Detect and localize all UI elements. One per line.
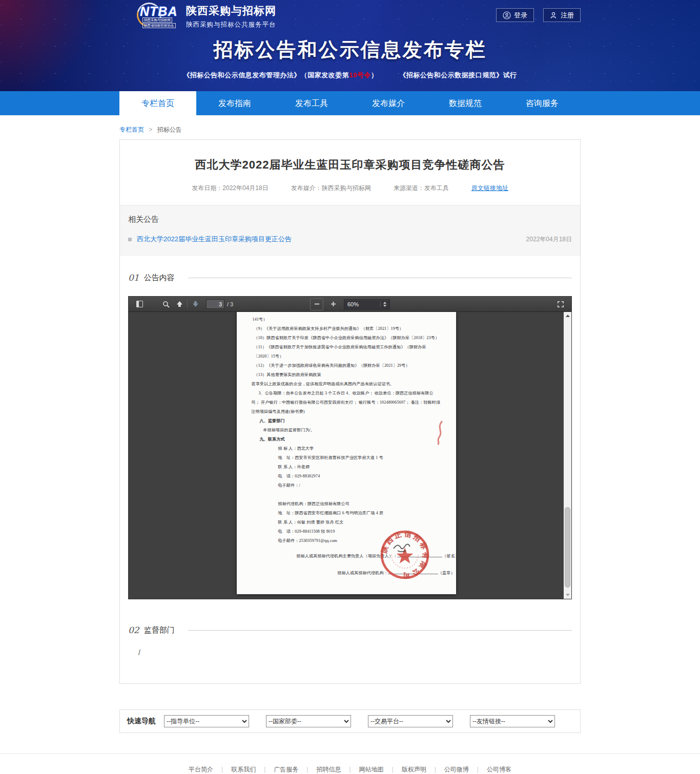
- fullscreen-button[interactable]: [554, 298, 567, 310]
- nav-tab[interactable]: 发布媒介: [350, 91, 427, 115]
- pdf-text-line: 联 系 人：许老师: [252, 463, 441, 472]
- pdf-text-line: 地 址：陕西省西安市红缨路南口 6 号均明泊卖广场 4 层: [252, 509, 441, 518]
- site-logo[interactable]: NTBA 陕西采购与招标网 陕西省招标投标协会 陕西采购与招标网 陕西采购与招标…: [129, 2, 276, 31]
- logo-badge-icon: NTBA 陕西采购与招标网 陕西省招标投标协会: [129, 2, 182, 31]
- pdf-text-line: （9）《关于运用政府采购政策支持乡村产业振兴的通知》（财库〔2021〕19号）: [252, 324, 441, 333]
- page-up-button[interactable]: [173, 298, 186, 310]
- nav-tab[interactable]: 发布指南: [196, 91, 273, 115]
- supervision-content: /: [138, 649, 580, 657]
- page-number-input[interactable]: [206, 299, 224, 309]
- pdf-text-line: 地 址：西安市长安区郭杜教育科技产业区学府大道 1 号: [252, 453, 441, 463]
- pdf-text-line: 141号）: [252, 315, 441, 324]
- related-title: 相关公告: [128, 215, 572, 224]
- site-tagline: 陕西采购与招标公共服务平台: [186, 20, 276, 29]
- page-down-button[interactable]: [189, 298, 202, 310]
- arrow-down-icon: [192, 301, 199, 307]
- quick-nav-select[interactable]: --指导单位--: [164, 715, 249, 727]
- breadcrumb-separator: >: [149, 126, 152, 133]
- breadcrumb-home-link[interactable]: 专栏首页: [119, 126, 144, 133]
- zoom-level-select[interactable]: 60%: [344, 299, 390, 309]
- section-2-title: 监督部门: [144, 625, 175, 635]
- pdf-search-button[interactable]: [159, 298, 173, 310]
- site-name: 陕西采购与招标网: [186, 4, 276, 18]
- arrow-up-icon: [176, 301, 183, 307]
- nav-tab[interactable]: 数据规范: [427, 91, 504, 115]
- quick-nav-select[interactable]: --国家部委--: [266, 715, 351, 727]
- pdf-text-line: 九、联系方式: [252, 435, 441, 444]
- pdf-text-line: 3、公告期限：自本公告发布之日起 3 个工作日 4、收款账户： 收款单位：陕西正…: [252, 389, 441, 416]
- nav-tab[interactable]: 咨询服务: [504, 91, 581, 115]
- footer-link[interactable]: 招聘信息: [298, 765, 341, 774]
- notice-text-3: 《招标公告和公示数据接口规范》试行: [399, 71, 517, 79]
- logo-subline-1: 陕西采购与招标网: [142, 17, 172, 23]
- zoom-in-button[interactable]: [326, 298, 340, 310]
- expand-icon: [557, 301, 564, 308]
- footer-links: 平台简介 联系我们 广告服务 招聘信息 网站地图 版权声明 公司微博 公司博客: [0, 765, 700, 774]
- footer-link[interactable]: 网站地图: [341, 765, 383, 774]
- logo-subline-2: 陕西省招标投标协会: [142, 23, 176, 28]
- sidebar-toggle-button[interactable]: [133, 298, 146, 310]
- handwritten-signature: [394, 544, 410, 552]
- section-2-number: 02: [128, 625, 139, 635]
- footer-link[interactable]: 广告服务: [256, 765, 298, 774]
- quick-nav-bar: 快速导航 --指导单位-- --国家部委-- --交易平台-- --友情链接--: [119, 709, 581, 733]
- article-title: 西北大学2022届毕业生蓝田玉印章采购项目竞争性磋商公告: [120, 157, 580, 173]
- article-meta-item: 发布媒介：陕西采购与招标网: [291, 184, 371, 193]
- pdf-text-line: 电子邮件：/: [252, 481, 441, 490]
- footer-link[interactable]: 联系我们: [213, 765, 256, 774]
- pdf-text-line: 本招标项目的监督部门为/。: [252, 426, 441, 435]
- pdf-toolbar: / 3 60%: [129, 297, 571, 312]
- zoom-level-value: 60%: [347, 301, 359, 307]
- register-user-icon: [550, 11, 558, 19]
- notice-red-text: 10号令: [349, 71, 370, 79]
- section-rule: [188, 630, 572, 631]
- sidebar-toggle-icon: [136, 301, 143, 307]
- page-root: NTBA 陕西采购与招标网 陕西省招标投标协会 陕西采购与招标网 陕西采购与招标…: [0, 0, 700, 774]
- plus-icon: [331, 301, 336, 307]
- company-seal: 陕西正信招标有限公司: [379, 528, 430, 581]
- register-label: 注册: [561, 11, 574, 20]
- zoom-stepper-icon: [380, 302, 386, 307]
- pdf-text-line: （10）陕西省财政厅关于印发《陕西省中小企业政府采购信用融资办法》（陕财办采〔2…: [252, 333, 441, 343]
- article-meta-list: 发布日期：2022年04月18日 发布媒介：陕西采购与招标网 来源渠道：发布工具: [192, 184, 448, 193]
- pdf-text-line: 招标代理机构：陕西正信招标有限公司: [252, 499, 441, 509]
- origin-link[interactable]: 原文链接地址: [471, 184, 508, 193]
- pdf-text-line: （11）《陕西省财政厅关于加快推进我省中小企业政府采购信用融资工作的通知》（陕财…: [252, 343, 441, 361]
- section-rule: [188, 278, 572, 278]
- pdf-scrollbar: [564, 312, 571, 599]
- pdf-text-line: [252, 490, 441, 499]
- notice-text-1: 《招标公告和公示信息发布管理办法》（国家发改委第: [183, 71, 349, 79]
- footer-link[interactable]: 版权声明: [384, 765, 426, 774]
- related-announcements: 相关公告 西北大学2022届毕业生蓝田玉印章采购项目更正公告 2022年04月1…: [120, 205, 580, 256]
- footer-link[interactable]: 公司微博: [426, 765, 469, 774]
- nav-tab[interactable]: 专栏首页: [119, 91, 196, 119]
- pdf-text-line: 联 系 人：何敏 刘倩 曹婷 张丹 红文: [252, 518, 441, 527]
- pdf-text-lines: 141号） （9）《关于运用政府采购政策支持乡村产业振兴的通知》（财库〔2021…: [252, 315, 441, 546]
- zoom-out-button[interactable]: [310, 298, 323, 310]
- quick-nav-select[interactable]: --友情链接--: [470, 715, 555, 727]
- nav-tab[interactable]: 发布工具: [273, 91, 350, 115]
- scrollbar-thumb[interactable]: [565, 507, 570, 588]
- section-1-number: 01: [128, 273, 139, 283]
- login-user-icon: [503, 11, 511, 19]
- pdf-viewer: / 3 60%: [128, 296, 572, 599]
- scroll-down-arrow[interactable]: [564, 591, 571, 599]
- login-label: 登录: [514, 11, 527, 20]
- login-button[interactable]: 登录: [496, 8, 534, 22]
- logo-acronym: NTBA: [140, 4, 177, 19]
- footer-link[interactable]: 平台简介: [189, 765, 213, 774]
- footer-link[interactable]: 公司博客: [469, 765, 511, 774]
- scroll-up-arrow[interactable]: [564, 312, 571, 320]
- pdf-text-line: 若享受以上政策优惠的企业，提供相应声明函或出具国内产品有效认证证书。: [252, 380, 441, 389]
- pdf-text-line: 电 话：029-88302974: [252, 472, 441, 481]
- quick-nav-select[interactable]: --交易平台--: [368, 715, 453, 727]
- banner-title: 招标公告和公示信息发布专栏: [119, 37, 581, 63]
- red-mark-icon: [435, 421, 446, 445]
- quick-nav-label: 快速导航: [127, 717, 156, 726]
- footer: 平台简介 联系我们 广告服务 招聘信息 网站地图 版权声明 公司微博 公司博客 …: [0, 754, 700, 774]
- banner-notice: 《招标公告和公示信息发布管理办法》（国家发改委第10号令）《招标公告和公示数据接…: [119, 71, 581, 80]
- article-card: 西北大学2022届毕业生蓝田玉印章采购项目竞争性磋商公告 发布日期：2022年0…: [119, 139, 581, 684]
- pdf-text-line: （12）《关于进一步加强政府绿色采购有关问题的通知》（陕财办采〔2021〕29号…: [252, 361, 441, 370]
- register-button[interactable]: 注册: [543, 8, 581, 22]
- related-item-link[interactable]: 西北大学2022届毕业生蓝田玉印章采购项目更正公告: [137, 235, 292, 244]
